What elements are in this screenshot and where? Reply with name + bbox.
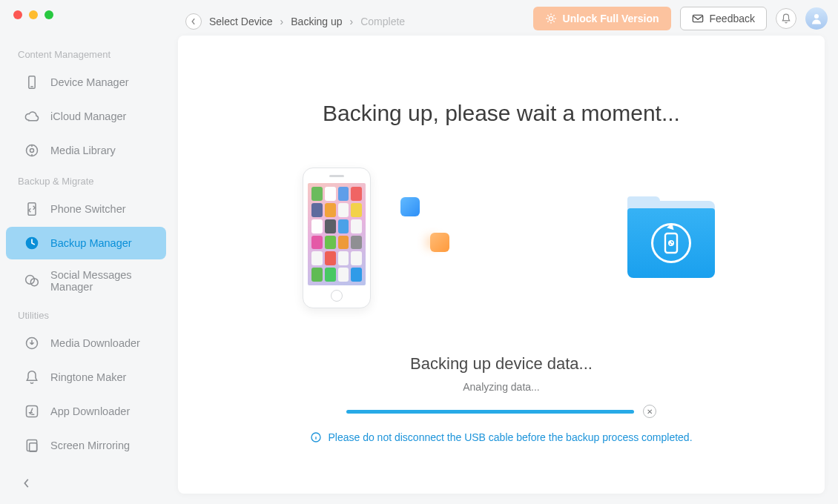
notifications-button[interactable] (776, 8, 796, 29)
feedback-label: Feedback (710, 13, 755, 24)
sidebar-item-social-messages[interactable]: Social Messages Manager (6, 261, 166, 301)
svg-point-8 (26, 276, 35, 285)
phone-app-icon (351, 203, 362, 217)
svg-point-5 (30, 149, 34, 153)
phone-app-icon (325, 203, 336, 217)
phone-app-icon (311, 203, 323, 217)
zoom-window-button[interactable] (44, 10, 53, 19)
sidebar-item-label: Device Manager (50, 76, 129, 88)
phone-app-icon (351, 236, 362, 250)
main-panel: Select Device › Backing up › Complete Ba… (178, 36, 825, 494)
progress-row: ✕ (346, 405, 656, 418)
phone-app-icon (338, 268, 349, 282)
phone-app-icon (338, 251, 349, 265)
content-area: Backing up, please wait a moment... (178, 36, 825, 494)
svg-point-15 (668, 240, 674, 246)
device-icon (24, 74, 40, 90)
phone-app-icon (311, 268, 323, 282)
feedback-button[interactable]: Feedback (680, 7, 767, 30)
sidebar-item-ringtone-maker[interactable]: Ringtone Maker (6, 361, 166, 394)
backup-progress-bar (346, 410, 634, 414)
warning-text: Please do not disconnect the USB cable b… (328, 431, 692, 443)
breadcrumb: Select Device › Backing up › Complete (185, 13, 405, 30)
phone-app-icon (351, 251, 362, 265)
restore-phone-icon (651, 223, 691, 263)
cloud-icon (24, 108, 40, 125)
breadcrumb-back-button[interactable] (185, 13, 202, 30)
sparkle-icon (545, 13, 557, 24)
chevron-right-icon: › (350, 16, 354, 27)
phone-app-icon (325, 268, 336, 282)
download-icon (24, 335, 40, 351)
phone-illustration (303, 168, 371, 308)
backup-illustration (208, 168, 795, 308)
unlock-label: Unlock Full Version (563, 13, 659, 24)
sidebar-item-media-downloader[interactable]: Media Downloader (6, 327, 166, 359)
status-subtext: Analyzing data... (463, 381, 540, 393)
svg-rect-6 (28, 203, 36, 216)
phone-app-icon (338, 219, 349, 233)
phone-app-icon (325, 219, 336, 233)
sidebar-item-label: Phone Switcher (50, 203, 126, 215)
phone-app-icon (338, 187, 349, 201)
app-window: Unlock Full Version Feedback Content Man… (0, 0, 838, 504)
sidebar-item-icloud-manager[interactable]: iCloud Manager (6, 100, 166, 133)
svg-point-2 (814, 14, 819, 19)
user-avatar[interactable] (805, 7, 828, 30)
sidebar-item-media-library[interactable]: Media Library (6, 134, 166, 167)
phone-app-icon (338, 236, 349, 250)
phone-app-icon (311, 251, 323, 265)
sidebar-item-label: Social Messages Manager (50, 269, 148, 293)
transfer-block-icon (430, 233, 449, 252)
close-window-button[interactable] (13, 10, 22, 19)
breadcrumb-step-1[interactable]: Select Device (209, 16, 273, 27)
clock-icon (24, 235, 40, 251)
mirror-icon (24, 437, 40, 454)
unlock-full-version-button[interactable]: Unlock Full Version (533, 7, 671, 30)
sidebar-item-label: Ringtone Maker (50, 371, 126, 383)
svg-point-0 (549, 16, 552, 20)
svg-rect-12 (27, 440, 36, 451)
sidebar: Content ManagementDevice ManageriCloud M… (0, 36, 172, 504)
breadcrumb-step-2: Backing up (291, 16, 342, 27)
svg-rect-13 (30, 443, 37, 452)
phone-app-icon (311, 187, 323, 201)
chat-icon (24, 273, 40, 289)
sidebar-item-screen-mirroring[interactable]: Screen Mirroring (6, 429, 166, 462)
bell-icon (781, 13, 791, 24)
sidebar-item-backup-manager[interactable]: Backup Manager (6, 227, 166, 259)
status-title: Backing up device data... (410, 354, 593, 374)
minimize-window-button[interactable] (29, 10, 38, 19)
sidebar-item-app-downloader[interactable]: App Downloader (6, 395, 166, 428)
sidebar-item-device-manager[interactable]: Device Manager (6, 66, 166, 99)
phone-app-icon (338, 203, 349, 217)
sidebar-item-label: Media Library (50, 145, 116, 156)
page-title: Backing up, please wait a moment... (323, 101, 680, 126)
mail-icon (692, 13, 704, 24)
sidebar-section-title: Content Management (0, 42, 172, 64)
disc-icon (24, 142, 40, 159)
svg-rect-11 (27, 406, 38, 417)
cancel-backup-button[interactable]: ✕ (643, 405, 656, 418)
sidebar-item-label: Backup Manager (50, 237, 132, 249)
sidebar-section-title: Utilities (0, 302, 172, 325)
window-controls (13, 10, 53, 19)
phone-app-icon (325, 236, 336, 250)
sidebar-item-phone-switcher[interactable]: Phone Switcher (6, 193, 166, 225)
sidebar-item-label: Media Downloader (50, 337, 140, 349)
phone-app-icon (351, 268, 362, 282)
switch-icon (24, 201, 40, 217)
bell-outline-icon (24, 369, 40, 385)
appstore-icon (24, 403, 40, 420)
breadcrumb-step-3: Complete (360, 16, 405, 27)
sidebar-section-title: Backup & Migrate (0, 168, 172, 191)
info-icon (310, 431, 322, 443)
sidebar-back-button[interactable] (16, 473, 37, 494)
top-toolbar: Unlock Full Version Feedback (533, 7, 828, 30)
chevron-right-icon: › (280, 16, 284, 27)
svg-rect-1 (693, 15, 702, 21)
phone-app-icon (311, 236, 323, 250)
phone-app-icon (311, 219, 323, 233)
sidebar-item-label: App Downloader (50, 405, 130, 417)
phone-app-icon (325, 251, 336, 265)
